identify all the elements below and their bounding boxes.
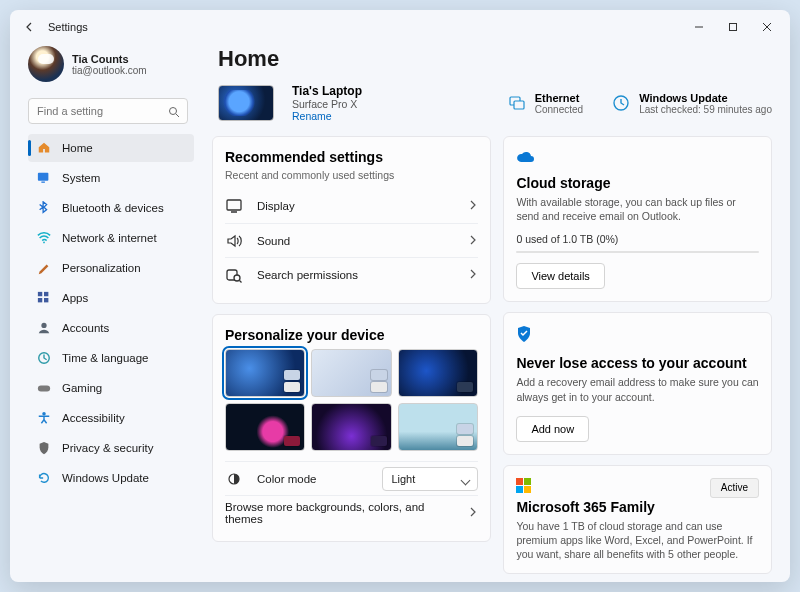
recommended-sound[interactable]: Sound xyxy=(225,223,478,257)
gaming-icon xyxy=(36,380,52,396)
svg-rect-14 xyxy=(514,101,524,109)
apps-icon xyxy=(36,290,52,306)
nav-item-update[interactable]: Windows Update xyxy=(28,464,194,492)
nav-label: Apps xyxy=(62,292,88,304)
microsoft-logo-icon xyxy=(516,478,531,493)
nav-item-time[interactable]: Time & language xyxy=(28,344,194,372)
wifi-icon xyxy=(36,230,52,246)
account-icon xyxy=(36,320,52,336)
svg-point-4 xyxy=(43,242,45,244)
personalize-title: Personalize your device xyxy=(225,327,478,343)
minimize-button[interactable] xyxy=(682,13,716,41)
svg-rect-2 xyxy=(38,173,49,181)
svg-rect-11 xyxy=(38,385,50,391)
device-model: Surface Pro X xyxy=(292,98,362,110)
add-now-button[interactable]: Add now xyxy=(516,416,589,442)
theme-option-2[interactable] xyxy=(311,349,391,397)
nav-label: Privacy & security xyxy=(62,442,153,454)
nav-label: Accessibility xyxy=(62,412,125,424)
recommended-display[interactable]: Display xyxy=(225,189,478,223)
nav-label: Accounts xyxy=(62,322,109,334)
nav-label: Personalization xyxy=(62,262,141,274)
row-label: Search permissions xyxy=(257,269,358,281)
nav-item-brush[interactable]: Personalization xyxy=(28,254,194,282)
nav-label: System xyxy=(62,172,100,184)
avatar xyxy=(28,46,64,82)
color-mode-select[interactable]: Light xyxy=(382,467,478,491)
nav-item-gaming[interactable]: Gaming xyxy=(28,374,194,402)
cloud-icon xyxy=(516,149,759,167)
row-label: Display xyxy=(257,200,295,212)
nav-item-system[interactable]: System xyxy=(28,164,194,192)
network-status[interactable]: Ethernet Connected xyxy=(507,92,583,115)
nav-item-wifi[interactable]: Network & internet xyxy=(28,224,194,252)
recovery-card: Never lose access to your account Add a … xyxy=(503,312,772,454)
profile-name: Tia Counts xyxy=(72,53,147,65)
recommended-sub: Recent and commonly used settings xyxy=(225,169,478,181)
brush-icon xyxy=(36,260,52,276)
device-name: Tia's Laptop xyxy=(292,84,362,98)
close-button[interactable] xyxy=(750,13,784,41)
row-label: Sound xyxy=(257,235,290,247)
accessibility-icon xyxy=(36,410,52,426)
browse-more-row[interactable]: Browse more backgrounds, colors, and the… xyxy=(225,495,478,529)
search-icon xyxy=(225,266,243,284)
nav-item-accessibility[interactable]: Accessibility xyxy=(28,404,194,432)
device-thumbnail[interactable] xyxy=(218,85,274,121)
update-sub: Last checked: 59 minutes ago xyxy=(639,104,772,115)
nav-item-home[interactable]: Home xyxy=(28,134,194,162)
theme-option-5[interactable] xyxy=(311,403,391,451)
update-icon xyxy=(36,470,52,486)
color-mode-label: Color mode xyxy=(257,473,316,485)
search-input[interactable] xyxy=(28,98,188,124)
color-mode-icon xyxy=(225,470,243,488)
sidebar: Tia Counts tia@outlook.com HomeSystemBlu… xyxy=(10,44,200,582)
svg-rect-16 xyxy=(227,200,241,210)
theme-option-3[interactable] xyxy=(398,349,478,397)
sound-icon xyxy=(225,232,243,250)
color-mode-row: Color mode Light xyxy=(225,461,478,495)
back-button[interactable] xyxy=(16,13,44,41)
theme-option-6[interactable] xyxy=(398,403,478,451)
recommended-title: Recommended settings xyxy=(225,149,478,165)
maximize-button[interactable] xyxy=(716,13,750,41)
recommended-search[interactable]: Search permissions xyxy=(225,257,478,291)
theme-option-4[interactable] xyxy=(225,403,305,451)
rename-link[interactable]: Rename xyxy=(292,110,362,122)
privacy-icon xyxy=(36,440,52,456)
titlebar: Settings xyxy=(10,10,790,44)
svg-rect-0 xyxy=(730,24,737,31)
m365-status-badge: Active xyxy=(710,478,759,498)
nav-item-apps[interactable]: Apps xyxy=(28,284,194,312)
chevron-right-icon xyxy=(468,200,478,212)
browse-more-label: Browse more backgrounds, colors, and the… xyxy=(225,501,454,525)
svg-point-18 xyxy=(234,275,240,281)
svg-point-9 xyxy=(41,323,46,328)
search-icon xyxy=(168,104,180,122)
window-title: Settings xyxy=(48,21,88,33)
display-icon xyxy=(225,197,243,215)
home-icon xyxy=(36,140,52,156)
theme-option-1[interactable] xyxy=(225,349,305,397)
profile-email: tia@outlook.com xyxy=(72,65,147,76)
page-title: Home xyxy=(218,46,772,72)
update-status[interactable]: Windows Update Last checked: 59 minutes … xyxy=(611,92,772,115)
nav-item-privacy[interactable]: Privacy & security xyxy=(28,434,194,462)
m365-card: Active Microsoft 365 Family You have 1 T… xyxy=(503,465,772,575)
m365-body: You have 1 TB of cloud storage and can u… xyxy=(516,519,759,562)
nav-label: Bluetooth & devices xyxy=(62,202,164,214)
view-details-button[interactable]: View details xyxy=(516,263,605,289)
network-sub: Connected xyxy=(535,104,583,115)
nav-label: Home xyxy=(62,142,93,154)
svg-rect-5 xyxy=(38,292,42,296)
recovery-body: Add a recovery email address to make sur… xyxy=(516,375,759,403)
chevron-right-icon xyxy=(468,235,478,247)
nav-item-account[interactable]: Accounts xyxy=(28,314,194,342)
chevron-right-icon xyxy=(468,269,478,281)
shield-check-icon xyxy=(516,325,759,347)
nav-item-bluetooth[interactable]: Bluetooth & devices xyxy=(28,194,194,222)
profile-block[interactable]: Tia Counts tia@outlook.com xyxy=(28,46,194,82)
recommended-card: Recommended settings Recent and commonly… xyxy=(212,136,491,304)
bluetooth-icon xyxy=(36,200,52,216)
nav-label: Time & language xyxy=(62,352,149,364)
